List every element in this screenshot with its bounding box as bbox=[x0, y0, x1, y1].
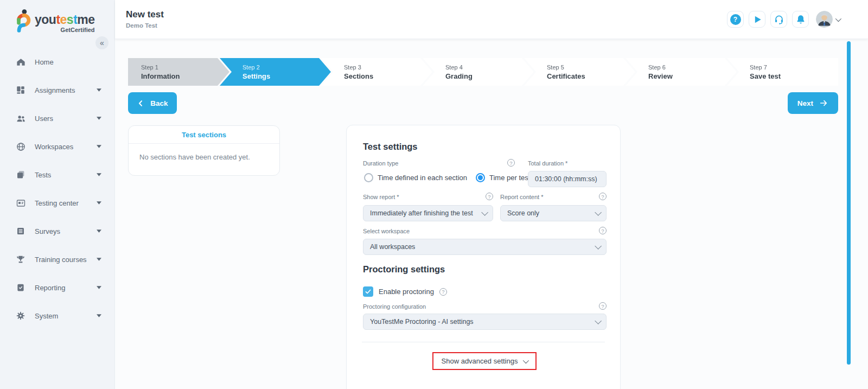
sidebar-item-label: Assignments bbox=[35, 86, 97, 94]
step-label: Sections bbox=[344, 72, 432, 80]
chevron-down-icon bbox=[97, 258, 101, 261]
sidebar-item-reporting[interactable]: Reporting bbox=[0, 273, 114, 302]
proctoring-configuration-label: Proctoring configuration bbox=[363, 303, 426, 310]
test-sections-empty-message: No sections have been created yet. bbox=[129, 144, 279, 170]
sidebar-collapse-button[interactable] bbox=[95, 36, 108, 49]
select-workspace-info-icon[interactable] bbox=[599, 227, 607, 234]
report-content-info-icon[interactable] bbox=[599, 193, 607, 200]
step-2-settings[interactable]: Step 2 Settings bbox=[220, 58, 331, 86]
logo-seg: you bbox=[35, 12, 56, 27]
enable-proctoring-info-icon[interactable] bbox=[439, 288, 447, 296]
chevron-down-icon bbox=[97, 314, 101, 317]
sidebar-item-workspaces[interactable]: Workspaces bbox=[0, 132, 114, 161]
radio-time-per-test[interactable] bbox=[476, 173, 485, 182]
chevron-down-icon bbox=[97, 173, 101, 176]
step-5-certificates[interactable]: Step 5 Certificates bbox=[524, 58, 635, 86]
enable-proctoring-row: Enable proctoring bbox=[363, 286, 447, 297]
step-label: Settings bbox=[242, 72, 331, 80]
sidebar-item-training-courses[interactable]: Training courses bbox=[0, 245, 114, 273]
show-report-info-icon[interactable] bbox=[486, 193, 493, 200]
chevron-down-icon bbox=[481, 209, 488, 216]
sidebar-item-label: Surveys bbox=[35, 227, 97, 235]
next-button[interactable]: Next bbox=[788, 92, 838, 114]
check-icon bbox=[365, 288, 372, 295]
radio-label: Time per test bbox=[489, 174, 530, 182]
sidebar-item-assignments[interactable]: Assignments bbox=[0, 76, 114, 104]
page-subtitle: Demo Test bbox=[126, 22, 164, 29]
test-sections-panel: Test sections No sections have been crea… bbox=[128, 125, 280, 176]
logo-tagline: GetCertified bbox=[35, 27, 95, 33]
logo-seg: s bbox=[67, 12, 73, 27]
radio-label: Time defined in each section bbox=[378, 174, 467, 182]
sidebar-item-surveys[interactable]: Surveys bbox=[0, 217, 114, 245]
back-button[interactable]: Back bbox=[128, 92, 177, 114]
step-1-information[interactable]: Step 1 Information bbox=[128, 58, 229, 86]
enable-proctoring-label: Enable proctoring bbox=[379, 288, 434, 296]
step-7-save-test[interactable]: Step 7 Save test bbox=[727, 58, 838, 86]
step-number: Step 2 bbox=[242, 64, 331, 71]
chevron-down-icon bbox=[595, 317, 602, 324]
chevron-left-icon bbox=[137, 99, 145, 107]
total-duration-label: Total duration * bbox=[528, 160, 567, 167]
tutorial-video-button[interactable] bbox=[749, 11, 765, 28]
step-3-sections[interactable]: Step 3 Sections bbox=[321, 58, 432, 86]
top-header: New test Demo Test bbox=[115, 0, 868, 39]
vertical-scrollbar-thumb[interactable] bbox=[847, 41, 851, 365]
assignments-icon bbox=[15, 85, 26, 95]
sidebar-item-users[interactable]: Users bbox=[0, 104, 114, 132]
proctoring-configuration-dropdown[interactable]: YouTestMe Proctoring - AI settings bbox=[363, 314, 607, 330]
headset-icon bbox=[774, 14, 784, 25]
sidebar-item-system[interactable]: System bbox=[0, 302, 114, 330]
report-content-dropdown[interactable]: Score only bbox=[500, 205, 607, 221]
chevron-down-icon bbox=[595, 243, 602, 250]
users-icon bbox=[15, 113, 26, 124]
chevron-down-icon bbox=[595, 209, 602, 216]
show-report-value: Immediately after finishing the test bbox=[370, 209, 473, 217]
duration-type-info-icon[interactable] bbox=[507, 159, 515, 167]
help-button[interactable] bbox=[727, 11, 744, 28]
sidebar-item-home[interactable]: Home bbox=[0, 48, 114, 76]
show-report-label: Show report * bbox=[363, 194, 399, 200]
radio-time-defined-each-section[interactable] bbox=[364, 173, 373, 182]
chevron-down-icon bbox=[97, 201, 101, 205]
sidebar-item-label: Testing center bbox=[35, 199, 97, 207]
sidebar: youtestme GetCertified Home Assignments bbox=[0, 0, 115, 389]
sidebar-item-label: System bbox=[35, 312, 97, 320]
logo-seg: me bbox=[77, 12, 94, 27]
enable-proctoring-checkbox[interactable] bbox=[363, 286, 373, 297]
step-number: Step 5 bbox=[547, 64, 635, 71]
trophy-icon bbox=[15, 254, 26, 265]
brand-logo: youtestme GetCertified bbox=[14, 9, 95, 35]
test-sections-title: Test sections bbox=[129, 126, 279, 144]
reporting-icon bbox=[15, 282, 26, 293]
total-duration-input[interactable]: 01:30:00 (hh:mm:ss) bbox=[528, 171, 607, 187]
step-number: Step 6 bbox=[648, 64, 737, 71]
logo-wordmark: youtestme bbox=[35, 13, 95, 26]
step-number: Step 1 bbox=[141, 64, 229, 71]
proctoring-configuration-value: YouTestMe Proctoring - AI settings bbox=[370, 318, 474, 326]
page-title: New test bbox=[126, 9, 164, 20]
back-button-label: Back bbox=[150, 99, 168, 107]
select-workspace-dropdown[interactable]: All workspaces bbox=[363, 239, 607, 255]
chevron-down-icon bbox=[835, 15, 841, 21]
support-button[interactable] bbox=[770, 11, 787, 28]
next-button-label: Next bbox=[797, 99, 813, 107]
step-number: Step 3 bbox=[344, 64, 432, 71]
show-advanced-settings-toggle[interactable]: Show advanced settings bbox=[432, 352, 537, 370]
show-report-dropdown[interactable]: Immediately after finishing the test bbox=[363, 205, 493, 221]
sidebar-item-tests[interactable]: Tests bbox=[0, 161, 114, 189]
notifications-button[interactable] bbox=[792, 11, 809, 28]
step-label: Certificates bbox=[547, 72, 635, 80]
main-content: Step 1 Information Step 2 Settings Step … bbox=[115, 39, 868, 389]
proctoring-settings-heading: Proctoring settings bbox=[363, 264, 445, 275]
bell-icon bbox=[795, 14, 806, 25]
step-4-grading[interactable]: Step 4 Grading bbox=[423, 58, 534, 86]
report-content-value: Score only bbox=[507, 209, 539, 217]
chevron-down-icon bbox=[97, 117, 101, 120]
proctoring-configuration-info-icon[interactable] bbox=[599, 302, 607, 310]
step-6-review[interactable]: Step 6 Review bbox=[626, 58, 737, 86]
sidebar-item-testing-center[interactable]: Testing center bbox=[0, 189, 114, 217]
select-workspace-label: Select workspace bbox=[363, 228, 410, 234]
sidebar-item-label: Home bbox=[35, 58, 101, 66]
user-menu[interactable] bbox=[816, 11, 840, 28]
